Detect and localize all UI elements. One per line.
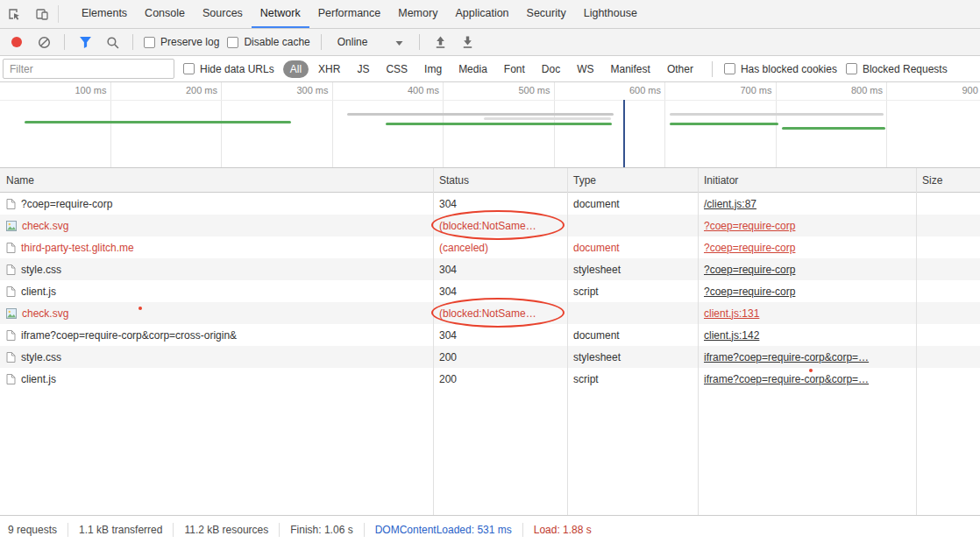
search-icon[interactable]	[103, 32, 122, 52]
throttling-dropdown[interactable]: Online	[332, 36, 409, 48]
tab-network[interactable]: Network	[252, 0, 309, 28]
initiator-link[interactable]: iframe?coep=require-corp&corp=…	[704, 373, 869, 385]
tab-sources[interactable]: Sources	[194, 0, 252, 28]
hide-data-urls-checkbox[interactable]: Hide data URLs	[183, 63, 274, 75]
request-status: 304	[439, 329, 457, 342]
filter-input[interactable]	[3, 59, 174, 79]
request-size-cell	[916, 324, 980, 346]
initiator-link[interactable]: ?coep=require-corp	[704, 286, 795, 298]
timeline-overview[interactable]: 100 ms200 ms300 ms400 ms500 ms600 ms700 …	[0, 82, 980, 168]
filter-icon[interactable]	[75, 32, 95, 52]
request-status-cell: (canceled)	[433, 236, 567, 258]
column-header-name[interactable]: Name	[0, 174, 433, 187]
divider	[132, 34, 133, 50]
tab-memory[interactable]: Memory	[389, 0, 446, 28]
divider	[321, 34, 322, 50]
image-icon	[6, 220, 17, 232]
inspect-element-icon[interactable]	[0, 0, 28, 28]
request-status-cell: (blocked:NotSame…	[433, 302, 567, 324]
initiator-link[interactable]: ?coep=require-corp	[704, 242, 795, 254]
request-status: 304	[439, 198, 457, 210]
import-har-icon[interactable]	[430, 32, 450, 52]
tab-application[interactable]: Application	[446, 0, 517, 28]
request-row[interactable]: style.css304stylesheet?coep=require-corp	[0, 258, 980, 280]
request-status: (blocked:NotSame…	[439, 220, 536, 232]
column-divider[interactable]	[698, 168, 699, 515]
request-name: check.svg	[22, 220, 68, 232]
request-status: 304	[439, 264, 457, 276]
request-size-cell	[916, 193, 980, 215]
status-bar-item: Finish: 1.06 s	[280, 523, 364, 537]
request-name: check.svg	[22, 307, 68, 320]
initiator-link[interactable]: ?coep=require-corp	[704, 264, 795, 276]
initiator-link[interactable]: /client.js:87	[704, 198, 756, 210]
filter-pill-all[interactable]: All	[283, 60, 309, 78]
initiator-link[interactable]: client.js:142	[704, 329, 759, 342]
filter-pill-manifest[interactable]: Manifest	[604, 60, 657, 78]
checkbox-box[interactable]	[183, 63, 195, 74]
disable-cache-label: Disable cache	[244, 36, 309, 48]
request-row[interactable]: client.js200scriptiframe?coep=require-co…	[0, 368, 980, 390]
request-row[interactable]: ?coep=require-corp304document/client.js:…	[0, 193, 980, 215]
request-name: third-party-test.glitch.me	[21, 242, 134, 254]
column-header-size[interactable]: Size	[916, 174, 980, 187]
divider	[58, 5, 59, 23]
filter-pill-js[interactable]: JS	[350, 60, 376, 78]
blocked-requests-checkbox[interactable]: Blocked Requests	[846, 63, 948, 75]
initiator-link[interactable]: ?coep=require-corp	[704, 220, 795, 232]
column-divider[interactable]	[916, 168, 917, 515]
filter-bar: Hide data URLs AllXHRJSCSSImgMediaFontDo…	[0, 56, 980, 82]
filter-pill-img[interactable]: Img	[417, 60, 449, 78]
request-name: client.js	[21, 286, 56, 298]
checkbox-box[interactable]	[144, 37, 155, 48]
request-row[interactable]: third-party-test.glitch.me(canceled)docu…	[0, 236, 980, 258]
request-size-cell	[916, 215, 980, 236]
column-divider[interactable]	[567, 168, 568, 515]
initiator-link[interactable]: client.js:131	[704, 307, 759, 320]
filter-pill-other[interactable]: Other	[660, 60, 700, 78]
column-header-initiator[interactable]: Initiator	[698, 174, 916, 187]
tab-console[interactable]: Console	[136, 0, 194, 28]
request-initiator-cell: ?coep=require-corp	[698, 215, 916, 236]
request-status-cell: 200	[433, 346, 567, 368]
status-bar-item: 11.2 kB resources	[174, 523, 280, 537]
request-row[interactable]: iframe?coep=require-corp&corp=cross-orig…	[0, 324, 980, 346]
request-row[interactable]: check.svg(blocked:NotSame…client.js:131	[0, 302, 980, 324]
export-har-icon[interactable]	[458, 32, 477, 52]
preserve-log-checkbox[interactable]: Preserve log	[144, 36, 219, 48]
initiator-link[interactable]: iframe?coep=require-corp&corp=…	[704, 351, 869, 363]
request-row[interactable]: check.svg(blocked:NotSame…?coep=require-…	[0, 215, 980, 236]
has-blocked-cookies-checkbox[interactable]: Has blocked cookies	[724, 63, 837, 75]
column-header-type[interactable]: Type	[567, 174, 698, 187]
filter-pill-doc[interactable]: Doc	[535, 60, 567, 78]
filter-pill-xhr[interactable]: XHR	[311, 60, 347, 78]
checkbox-box[interactable]	[724, 63, 735, 74]
blocked-requests-label: Blocked Requests	[863, 63, 948, 75]
request-row[interactable]: client.js304script?coep=require-corp	[0, 280, 980, 302]
request-name-cell: third-party-test.glitch.me	[0, 236, 433, 258]
waterfall-bar	[670, 123, 778, 125]
tab-elements[interactable]: Elements	[73, 0, 136, 28]
status-bar-item: Load: 1.88 s	[523, 523, 602, 537]
column-divider[interactable]	[433, 168, 434, 515]
filter-pill-ws[interactable]: WS	[570, 60, 600, 78]
tab-lighthouse[interactable]: Lighthouse	[575, 0, 646, 28]
column-header-status[interactable]: Status	[433, 174, 567, 187]
filter-pill-css[interactable]: CSS	[379, 60, 415, 78]
request-status-cell: (blocked:NotSame…	[433, 215, 567, 236]
disable-cache-checkbox[interactable]: Disable cache	[227, 36, 309, 48]
clear-button[interactable]	[34, 32, 53, 52]
document-icon	[6, 242, 16, 254]
checkbox-box[interactable]	[846, 63, 857, 74]
has-blocked-cookies-label: Has blocked cookies	[741, 63, 837, 75]
record-button[interactable]	[11, 37, 22, 47]
request-row[interactable]: style.css200stylesheetiframe?coep=requir…	[0, 346, 980, 368]
checkbox-box[interactable]	[227, 37, 238, 48]
tab-security[interactable]: Security	[518, 0, 575, 28]
tab-performance[interactable]: Performance	[309, 0, 390, 28]
device-toolbar-icon[interactable]	[28, 0, 56, 28]
request-name: style.css	[21, 351, 61, 363]
request-type-cell: script	[567, 368, 698, 390]
filter-pill-media[interactable]: Media	[451, 60, 494, 78]
filter-pill-font[interactable]: Font	[497, 60, 532, 78]
